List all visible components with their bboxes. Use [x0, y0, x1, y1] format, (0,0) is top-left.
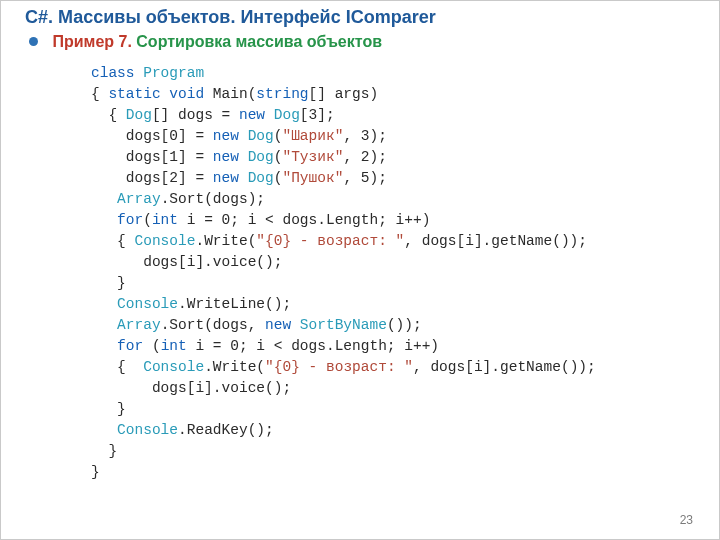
code-line: dogs[1] = new Dog("Тузик", 2); — [91, 147, 596, 168]
code-line: Console.ReadKey(); — [91, 420, 596, 441]
code-line: for (int i = 0; i < dogs.Length; i++) — [91, 336, 596, 357]
bullet-icon — [29, 37, 38, 46]
code-line: { static void Main(string[] args) — [91, 84, 596, 105]
code-line: { Console.Write("{0} - возраст: ", dogs[… — [91, 357, 596, 378]
code-line: dogs[2] = new Dog("Пушок", 5); — [91, 168, 596, 189]
code-line: for(int i = 0; i < dogs.Length; i++) — [91, 210, 596, 231]
code-line: Array.Sort(dogs, new SortByName()); — [91, 315, 596, 336]
code-line: dogs[i].voice(); — [91, 378, 596, 399]
example-label: Пример 7. — [52, 33, 131, 50]
code-line: } — [91, 273, 596, 294]
code-line: dogs[i].voice(); — [91, 252, 596, 273]
code-line: Console.WriteLine(); — [91, 294, 596, 315]
slide-subtitle: Пример 7. Сортировка массива объектов — [29, 33, 382, 51]
code-line: Array.Sort(dogs); — [91, 189, 596, 210]
code-line: { Dog[] dogs = new Dog[3]; — [91, 105, 596, 126]
page-number: 23 — [680, 513, 693, 527]
slide-title: C#. Массивы объектов. Интерфейс ICompare… — [25, 7, 436, 28]
code-line: class Program — [91, 63, 596, 84]
code-block: class Program{ static void Main(string[]… — [91, 63, 596, 483]
code-line: dogs[0] = new Dog("Шарик", 3); — [91, 126, 596, 147]
code-line: } — [91, 399, 596, 420]
code-line: } — [91, 462, 596, 483]
code-line: } — [91, 441, 596, 462]
subtitle-text: Сортировка массива объектов — [136, 33, 382, 50]
code-line: { Console.Write("{0} - возраст: ", dogs[… — [91, 231, 596, 252]
